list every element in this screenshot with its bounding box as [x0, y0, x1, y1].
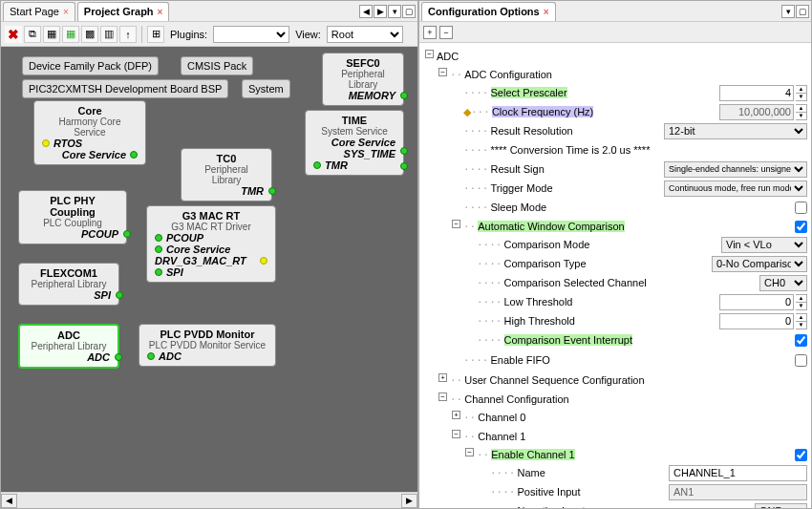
node-title: FLEXCOM1: [27, 267, 111, 279]
expand-all-icon[interactable]: +: [423, 26, 437, 39]
toggle-icon[interactable]: −: [438, 68, 447, 76]
tree-node-adc[interactable]: ADC: [437, 51, 459, 62]
comparison-mode-label: Comparison Mode: [504, 239, 590, 250]
node-port-label: ADC: [159, 350, 182, 362]
comparison-type-select[interactable]: 0-No Comparison: [712, 256, 807, 272]
plugins-label: Plugins:: [170, 29, 207, 40]
add-icon[interactable]: ▦: [43, 26, 60, 43]
toggle-icon[interactable]: −: [452, 220, 460, 228]
enable-fifo-checkbox[interactable]: [795, 354, 807, 367]
maximize-icon[interactable]: ▢: [402, 5, 416, 18]
right-tab-bar: Configuration Options × ▾ ▢: [419, 1, 811, 22]
hierarchy-icon[interactable]: ⊞: [147, 26, 164, 43]
scroll-left-icon[interactable]: ◀: [1, 494, 17, 508]
node-port-label: MEMORY: [331, 90, 395, 101]
channel-1-label[interactable]: Channel 1: [478, 431, 525, 442]
node-sub: Peripheral Library: [331, 69, 395, 90]
node-title: SEFC0: [331, 57, 395, 69]
tab-label: Project Graph: [84, 6, 154, 17]
toggle-icon[interactable]: +: [452, 411, 460, 419]
node-sub: Harmony Core Service: [42, 117, 138, 138]
prescaler-input[interactable]: [719, 85, 794, 101]
low-threshold-input[interactable]: [719, 294, 794, 310]
dropdown-icon[interactable]: ▾: [388, 5, 401, 18]
node-plc-phy[interactable]: PLC PHY Coupling PLC Coupling PCOUP: [18, 190, 127, 244]
scroll-track[interactable]: [17, 494, 401, 508]
bsp-button[interactable]: PIC32CXMTSH Development Board BSP: [22, 79, 228, 98]
sleep-mode-checkbox[interactable]: [795, 201, 807, 214]
config-tree: − ADC − ··ADC Configuration ····Select P…: [419, 43, 811, 508]
result-resolution-select[interactable]: 12-bit: [664, 123, 807, 139]
tab-label: Configuration Options: [428, 6, 540, 17]
cmsis-button[interactable]: CMSIS Pack: [181, 56, 253, 75]
node-port-label: ADC: [87, 351, 110, 363]
delete-icon[interactable]: ✖: [5, 26, 22, 43]
tab-start-page[interactable]: Start Page ×: [3, 2, 75, 21]
graph-toolbar: ✖ ⧉ ▦ ▦ ▩ ▥ ↑ ⊞ Plugins: View: Root: [1, 22, 417, 47]
next-icon[interactable]: ▶: [374, 5, 387, 18]
node-g3-mac-rt[interactable]: G3 MAC RT G3 MAC RT Driver PCOUP Core Se…: [146, 205, 276, 283]
close-icon[interactable]: ×: [544, 7, 549, 17]
add-green-icon[interactable]: ▦: [62, 26, 79, 43]
grid-icon[interactable]: ▩: [81, 26, 98, 43]
node-sefc0[interactable]: SEFC0 Peripheral Library MEMORY: [322, 53, 404, 106]
awc-checkbox[interactable]: [795, 221, 807, 233]
node-port-label: TMR: [241, 185, 264, 197]
high-threshold-input[interactable]: [719, 313, 794, 329]
close-icon[interactable]: ×: [63, 7, 69, 17]
toggle-icon[interactable]: −: [425, 50, 434, 58]
tab-config-options[interactable]: Configuration Options ×: [421, 2, 556, 21]
node-sub: PLC Coupling: [27, 218, 118, 228]
node-sub: Peripheral Library: [189, 164, 264, 185]
positive-input-field: [669, 484, 807, 500]
node-sub: G3 MAC RT Driver: [155, 222, 267, 232]
toggle-icon[interactable]: −: [438, 392, 447, 401]
system-button[interactable]: System: [242, 79, 290, 98]
result-resolution-label: Result Resolution: [491, 125, 573, 137]
close-icon[interactable]: ×: [158, 7, 163, 17]
channel-config-label[interactable]: Channel Configuration: [464, 393, 568, 405]
spinner[interactable]: ▲▼: [796, 313, 807, 329]
result-sign-select[interactable]: Single-ended channels: unsigned conversi…: [664, 161, 807, 178]
spinner[interactable]: ▲▼: [796, 294, 807, 310]
tab-project-graph[interactable]: Project Graph ×: [77, 2, 170, 21]
comparison-event-checkbox[interactable]: [795, 334, 807, 347]
channel-0-label[interactable]: Channel 0: [478, 412, 525, 423]
negative-input-select[interactable]: GND: [755, 503, 807, 509]
copy-icon[interactable]: ⧉: [24, 26, 41, 43]
graph-canvas[interactable]: Device Family Pack (DFP) CMSIS Pack PIC3…: [1, 47, 417, 492]
user-channel-seq-label[interactable]: User Channel Sequence Configuration: [464, 374, 644, 386]
up-icon[interactable]: ↑: [119, 26, 137, 43]
spinner[interactable]: ▲▼: [796, 85, 807, 101]
maximize-icon[interactable]: ▢: [796, 5, 809, 18]
tree-node-adc-config[interactable]: ADC Configuration: [464, 69, 552, 80]
dfp-button[interactable]: Device Family Pack (DFP): [22, 56, 159, 75]
trigger-mode-select[interactable]: Continuous mode, free run mode: [664, 180, 807, 197]
toggle-icon[interactable]: +: [438, 373, 447, 382]
spinner[interactable]: ▲▼: [796, 104, 807, 120]
node-tc0[interactable]: TC0 Peripheral Library TMR: [181, 148, 272, 201]
scrollbar-horizontal[interactable]: ◀ ▶: [1, 492, 417, 508]
node-title: ADC: [28, 329, 110, 341]
collapse-all-icon[interactable]: −: [439, 26, 453, 39]
node-plc-pvdd[interactable]: PLC PVDD Monitor PLC PVDD Monitor Servic…: [139, 324, 276, 367]
node-sub: System Service: [313, 126, 395, 137]
enable-fifo-label: Enable FIFO: [491, 354, 550, 366]
comparison-channel-select[interactable]: CH0: [759, 275, 807, 291]
node-adc[interactable]: ADC Peripheral Library ADC: [18, 324, 119, 369]
dropdown-icon[interactable]: ▾: [781, 5, 795, 18]
view-select[interactable]: Root: [327, 26, 403, 43]
enable-channel-1-checkbox[interactable]: [795, 449, 807, 461]
node-flexcom1[interactable]: FLEXCOM1 Peripheral Library SPI: [18, 263, 119, 306]
low-threshold-label: Low Threshold: [504, 296, 573, 308]
plugins-select[interactable]: [213, 26, 289, 43]
toggle-icon[interactable]: −: [465, 448, 474, 456]
ungroup-icon[interactable]: ▥: [100, 26, 118, 43]
channel-name-input[interactable]: [669, 465, 807, 481]
comparison-mode-select[interactable]: Vin < VLo: [721, 237, 807, 253]
prev-icon[interactable]: ◀: [359, 5, 373, 18]
node-core[interactable]: Core Harmony Core Service RTOS Core Serv…: [33, 100, 146, 165]
scroll-right-icon[interactable]: ▶: [401, 494, 417, 508]
node-time[interactable]: TIME System Service Core Service SYS_TIM…: [305, 110, 404, 176]
toggle-icon[interactable]: −: [452, 430, 460, 438]
